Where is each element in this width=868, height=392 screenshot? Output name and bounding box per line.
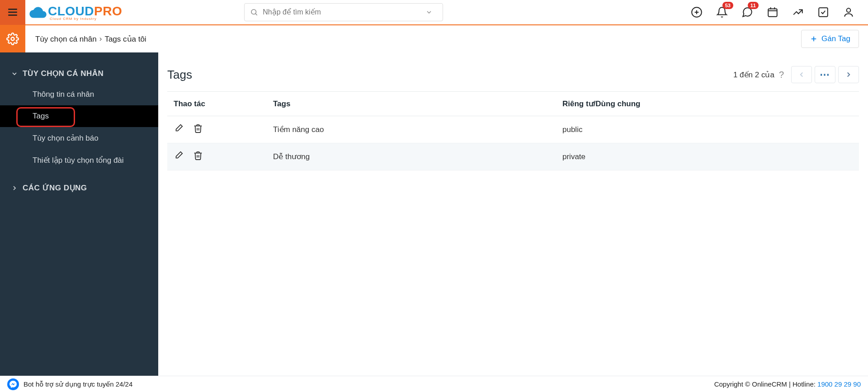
chevron-down-icon — [425, 9, 433, 16]
cloud-icon — [29, 4, 47, 20]
sidebar-item-callcenter[interactable]: Thiết lập tùy chọn tổng đài — [0, 149, 158, 171]
svg-point-17 — [7, 378, 19, 390]
main-area: TÙY CHỌN CÁ NHÂN Thông tin cá nhân Tags … — [0, 52, 868, 376]
settings-button[interactable] — [0, 25, 25, 52]
global-search[interactable] — [244, 3, 443, 21]
cell-visibility: public — [556, 116, 859, 143]
profile-button[interactable] — [842, 5, 855, 19]
topbar-actions: 53 11 — [690, 5, 868, 19]
search-icon — [250, 8, 258, 16]
secondary-bar: Tùy chọn cá nhân › Tags của tôi Gán Tag — [0, 25, 868, 52]
sidebar-item-label: Thiết lập tùy chọn tổng đài — [33, 156, 124, 165]
calendar-button[interactable] — [766, 5, 779, 19]
hamburger-icon — [7, 6, 19, 18]
pagination-unknown: ? — [779, 70, 784, 80]
edit-icon[interactable] — [174, 123, 184, 133]
delete-icon[interactable] — [193, 123, 203, 133]
svg-rect-8 — [768, 9, 777, 16]
notifications-button[interactable]: 53 — [715, 5, 729, 19]
sidebar-group-label: CÁC ỨNG DỤNG — [23, 183, 87, 193]
messenger-icon[interactable] — [7, 378, 19, 390]
chevron-down-icon — [11, 70, 18, 77]
logo[interactable]: CLOUDPRO Cloud CRM by Industry — [29, 4, 122, 21]
sidebar: TÙY CHỌN CÁ NHÂN Thông tin cá nhân Tags … — [0, 52, 158, 376]
quick-add-button[interactable] — [690, 5, 703, 19]
chevron-right-icon — [11, 184, 18, 192]
delete-icon[interactable] — [193, 151, 203, 161]
svg-point-13 — [847, 8, 851, 12]
pagination-text: 1 đến 2 của — [733, 70, 774, 80]
tags-table: Thao tác Tags Riêng tư/Dùng chung Tiềm n… — [167, 91, 859, 170]
cell-tag: Dễ thương — [267, 143, 556, 170]
pagination: 1 đến 2 của ? ⋯ — [733, 66, 859, 83]
sidebar-item-label: Thông tin cá nhân — [33, 90, 94, 99]
sidebar-item-profile[interactable]: Thông tin cá nhân — [0, 84, 158, 105]
footer-bot-text: Bot hỗ trợ sử dụng trực tuyến 24/24 — [24, 380, 132, 388]
sidebar-group-personal[interactable]: TÙY CHỌN CÁ NHÂN — [0, 63, 158, 84]
gear-icon — [6, 33, 19, 45]
col-visibility: Riêng tư/Dùng chung — [556, 92, 859, 116]
notification-badge: 53 — [722, 2, 733, 9]
footer-hotline-number[interactable]: 1900 29 29 90 — [817, 380, 861, 388]
footer-hotline-label: Hotline: — [793, 380, 816, 388]
sidebar-item-label: Tùy chọn cảnh báo — [33, 134, 99, 142]
breadcrumb-1[interactable]: Tùy chọn cá nhân — [35, 34, 97, 44]
page-title: Tags — [167, 68, 192, 82]
sidebar-group-label: TÙY CHỌN CÁ NHÂN — [23, 69, 104, 78]
breadcrumb: Tùy chọn cá nhân › Tags của tôi — [35, 34, 146, 44]
sidebar-item-alerts[interactable]: Tùy chọn cảnh báo — [0, 127, 158, 149]
content: Tags 1 đến 2 của ? ⋯ Thao tác — [158, 52, 868, 376]
hamburger-button[interactable] — [0, 0, 25, 25]
search-input[interactable] — [263, 8, 425, 16]
plus-circle-icon — [691, 6, 703, 18]
calendar-icon — [767, 6, 778, 18]
footer-copyright: Copyright © OnlineCRM — [714, 380, 787, 388]
assign-tag-button[interactable]: Gán Tag — [801, 30, 859, 48]
col-actions: Thao tác — [167, 92, 267, 116]
breadcrumb-2: Tags của tôi — [104, 34, 146, 44]
pagination-menu[interactable]: ⋯ — [815, 66, 835, 83]
pagination-prev[interactable] — [791, 66, 812, 83]
sidebar-group-apps[interactable]: CÁC ỨNG DỤNG — [0, 178, 158, 198]
table-row: Dễ thương private — [167, 143, 859, 170]
col-tag: Tags — [267, 92, 556, 116]
topbar: CLOUDPRO Cloud CRM by Industry 53 11 — [0, 0, 868, 25]
sidebar-item-label: Tags — [33, 112, 49, 120]
svg-point-3 — [251, 9, 256, 14]
footer-right: Copyright © OnlineCRM | Hotline: 1900 29… — [714, 380, 861, 388]
content-header: Tags 1 đến 2 của ? ⋯ — [167, 66, 859, 83]
logo-text: CLOUDPRO — [48, 4, 122, 18]
messages-button[interactable]: 11 — [741, 5, 754, 19]
tasks-button[interactable] — [816, 5, 830, 19]
chart-icon — [792, 6, 804, 18]
footer: Bot hỗ trợ sử dụng trực tuyến 24/24 Copy… — [0, 376, 868, 392]
svg-line-4 — [256, 14, 257, 15]
plus-icon — [810, 35, 818, 43]
chevron-right-icon — [844, 71, 853, 79]
chevron-left-icon — [797, 71, 806, 79]
messages-badge: 11 — [748, 2, 759, 9]
assign-tag-label: Gán Tag — [821, 34, 850, 43]
cell-tag: Tiềm năng cao — [267, 116, 556, 143]
svg-rect-12 — [819, 8, 828, 17]
sidebar-item-tags[interactable]: Tags — [0, 105, 158, 127]
breadcrumb-separator: › — [99, 34, 102, 43]
check-square-icon — [817, 6, 829, 18]
reports-button[interactable] — [791, 5, 805, 19]
edit-icon[interactable] — [174, 151, 184, 161]
svg-point-14 — [11, 38, 14, 41]
pagination-next[interactable] — [838, 66, 859, 83]
table-row: Tiềm năng cao public — [167, 116, 859, 143]
user-icon — [843, 6, 854, 18]
cell-visibility: private — [556, 143, 859, 170]
